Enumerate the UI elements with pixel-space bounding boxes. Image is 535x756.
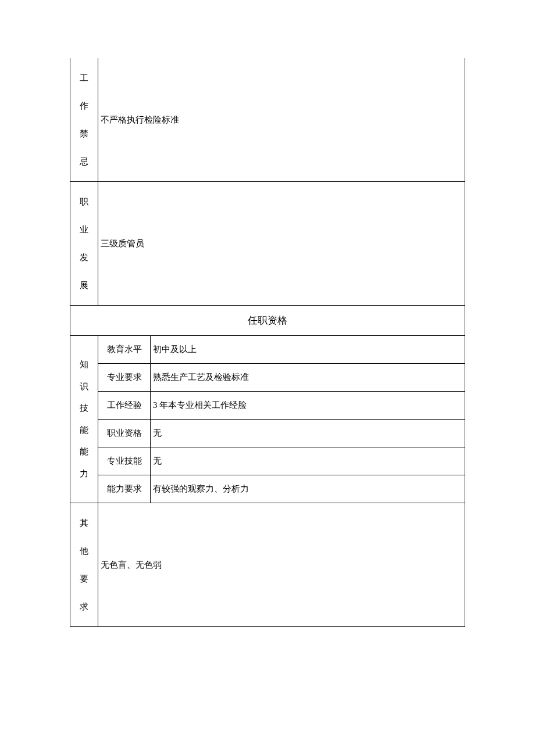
row-label-career-development: 职 业 发 展 bbox=[70, 182, 98, 306]
qual-value: 初中及以上 bbox=[151, 336, 465, 364]
qual-label: 专业要求 bbox=[98, 364, 151, 392]
qual-label: 教育水平 bbox=[98, 336, 151, 364]
qual-value: 有较强的观察力、分析力 bbox=[151, 475, 465, 503]
row-label-work-prohibition: 工 作 禁 忌 bbox=[70, 58, 98, 182]
table-row: 专业技能 无 bbox=[70, 447, 465, 475]
qual-value: 3 年本专业相关工作经脸 bbox=[151, 392, 465, 420]
table-row: 专业要求 熟悉生产工艺及检验标准 bbox=[70, 364, 465, 392]
table-row: 知 识 技 能 能 力 教育水平 初中及以上 bbox=[70, 336, 465, 364]
qual-label: 职业资格 bbox=[98, 420, 151, 447]
qual-value: 无 bbox=[151, 420, 465, 447]
qualification-header: 任职资格 bbox=[70, 306, 465, 336]
table-row: 工作经验 3 年本专业相关工作经脸 bbox=[70, 392, 465, 420]
qualification-table: 工 作 禁 忌 不严格执行检险标准 职 业 发 展 三级质管员 任职资格 知 识… bbox=[70, 58, 465, 627]
table-row: 任职资格 bbox=[70, 306, 465, 336]
row-label-knowledge-skill-ability: 知 识 技 能 能 力 bbox=[70, 336, 98, 503]
table-row: 能力要求 有较强的观察力、分析力 bbox=[70, 475, 465, 503]
table-row: 工 作 禁 忌 不严格执行检险标准 bbox=[70, 58, 465, 182]
row-value-career-development: 三级质管员 bbox=[98, 182, 465, 306]
qual-label: 专业技能 bbox=[98, 447, 151, 475]
row-value-other-requirements: 无色盲、无色弱 bbox=[98, 503, 465, 627]
table-row: 职业资格 无 bbox=[70, 420, 465, 447]
table-row: 职 业 发 展 三级质管员 bbox=[70, 182, 465, 306]
qual-label: 工作经验 bbox=[98, 392, 151, 420]
qual-value: 熟悉生产工艺及检验标准 bbox=[151, 364, 465, 392]
qual-label: 能力要求 bbox=[98, 475, 151, 503]
row-label-other-requirements: 其 他 要 求 bbox=[70, 503, 98, 627]
qual-value: 无 bbox=[151, 447, 465, 475]
row-value-work-prohibition: 不严格执行检险标准 bbox=[98, 58, 465, 182]
table-row: 其 他 要 求 无色盲、无色弱 bbox=[70, 503, 465, 627]
